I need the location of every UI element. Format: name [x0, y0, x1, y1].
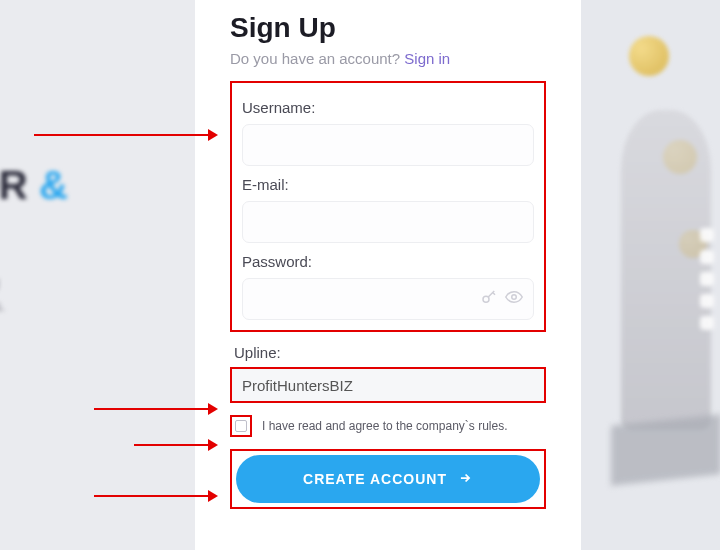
annotation-arrow-3 [134, 444, 216, 446]
agree-row: I have read and agree to the company`s r… [230, 415, 546, 437]
social-icon[interactable] [700, 294, 714, 308]
username-label: Username: [242, 99, 534, 116]
annotated-button-box: CREATE ACCOUNT [230, 449, 546, 509]
background-right [581, 0, 720, 550]
svg-point-0 [483, 296, 489, 302]
social-icon[interactable] [700, 316, 714, 330]
annotated-upline-box [230, 367, 546, 403]
annotated-checkbox-box [230, 415, 252, 437]
signup-modal: Sign Up Do you have an account? Sign in … [196, 0, 580, 550]
bg-text-line1: - [0, 120, 68, 165]
email-input[interactable] [242, 201, 534, 243]
arrow-right-icon [457, 471, 473, 488]
bg-paragraph: ortlessly with leading , and 9+ more ass… [0, 271, 68, 319]
svg-point-1 [512, 295, 517, 300]
social-icons-column [700, 220, 714, 338]
upline-input[interactable] [232, 369, 544, 401]
social-icon[interactable] [700, 250, 714, 264]
create-account-button[interactable]: CREATE ACCOUNT [236, 455, 540, 503]
password-label: Password: [242, 253, 534, 270]
subtitle: Do you have an account? Sign in [230, 50, 546, 67]
sign-in-link[interactable]: Sign in [404, 50, 450, 67]
annotation-arrow-1 [34, 134, 216, 136]
annotated-form-box: Username: E-mail: Password: [230, 81, 546, 332]
agree-checkbox[interactable] [235, 420, 247, 432]
figure-illustration [621, 110, 711, 430]
bg-text-line3: COINS [0, 206, 68, 251]
upline-label: Upline: [234, 344, 546, 361]
create-account-label: CREATE ACCOUNT [303, 471, 447, 487]
page-title: Sign Up [230, 12, 546, 44]
email-label: E-mail: [242, 176, 534, 193]
agree-text: I have read and agree to the company`s r… [262, 419, 507, 433]
annotation-arrow-4 [94, 495, 216, 497]
bg-text-line2: RM FOR & [0, 163, 68, 208]
blocks-illustration [611, 414, 720, 486]
eye-icon[interactable] [504, 288, 524, 310]
background-left: - RM FOR & COINS ortlessly with leading … [0, 0, 195, 550]
social-icon[interactable] [700, 228, 714, 242]
annotation-arrow-2 [94, 408, 216, 410]
key-icon[interactable] [480, 288, 498, 310]
username-input[interactable] [242, 124, 534, 166]
coin-icon [629, 36, 669, 76]
social-icon[interactable] [700, 272, 714, 286]
